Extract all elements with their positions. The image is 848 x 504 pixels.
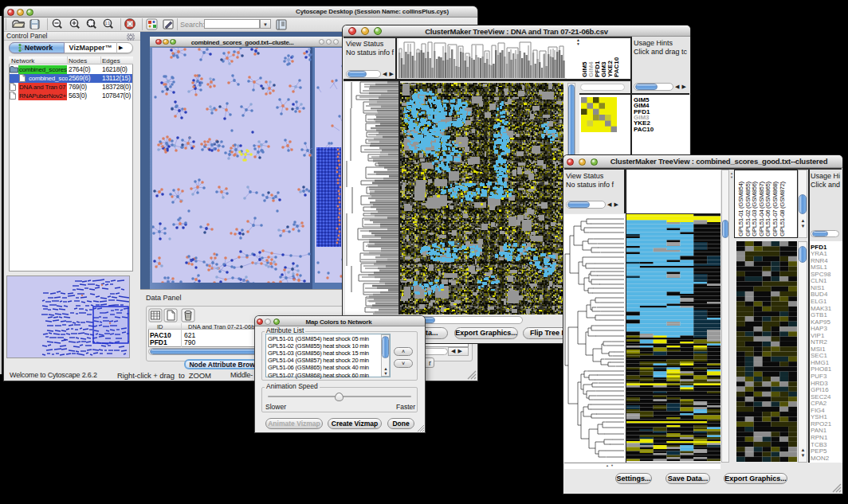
svg-text:1:1: 1:1 [105,21,111,25]
